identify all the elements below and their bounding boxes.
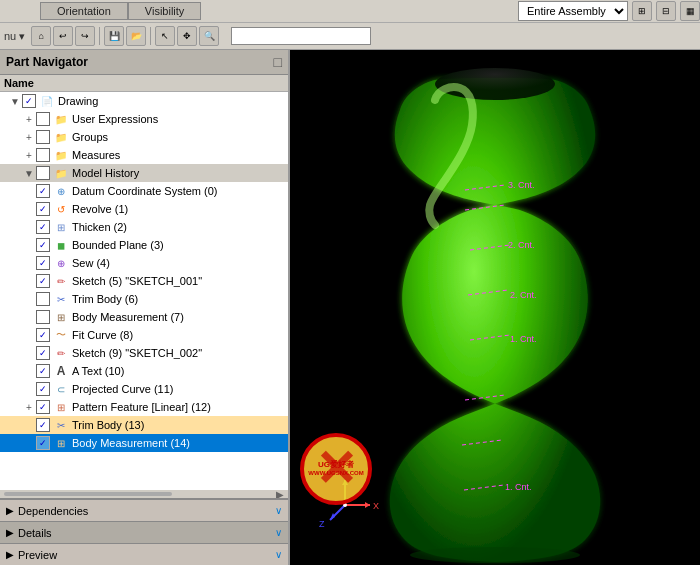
checkbox-model-history[interactable] bbox=[36, 166, 50, 180]
toolbar-icon-open[interactable]: 📂 bbox=[126, 26, 146, 46]
folder-icon-measures: 📁 bbox=[52, 147, 70, 163]
panel-close-button[interactable]: □ bbox=[274, 54, 282, 70]
checkbox-sketch-2[interactable] bbox=[36, 346, 50, 360]
tree-item-sketch-2[interactable]: ✏ Sketch (9) "SKETCH_002" bbox=[0, 344, 288, 362]
svg-text:3. Cnt.: 3. Cnt. bbox=[508, 180, 535, 190]
label-datum: Datum Coordinate System (0) bbox=[72, 185, 218, 197]
dependencies-expand[interactable]: ∨ bbox=[275, 505, 282, 516]
label-thicken: Thicken (2) bbox=[72, 221, 127, 233]
label-revolve: Revolve (1) bbox=[72, 203, 128, 215]
datum-icon: ⊕ bbox=[52, 183, 70, 199]
h-scrollbar[interactable] bbox=[4, 492, 172, 496]
tree-item-revolve[interactable]: ↺ Revolve (1) bbox=[0, 200, 288, 218]
visibility-icon-2[interactable]: ⊟ bbox=[656, 1, 676, 21]
visibility-icon-1[interactable]: ⊞ bbox=[632, 1, 652, 21]
svg-text:X: X bbox=[373, 501, 379, 511]
label-pattern: Pattern Feature [Linear] (12) bbox=[72, 401, 211, 413]
checkbox-drawing[interactable] bbox=[22, 94, 36, 108]
tab-orientation[interactable]: Orientation bbox=[40, 2, 128, 20]
tree-item-trim-body-2[interactable]: ✂ Trim Body (13) bbox=[0, 416, 288, 434]
tree-item-drawing[interactable]: ▼ 📄 Drawing bbox=[0, 92, 288, 110]
toolbar-row-1: Orientation Visibility Entire Assembly ⊞… bbox=[0, 0, 700, 23]
dependencies-panel[interactable]: ▶ Dependencies ∨ bbox=[0, 499, 288, 521]
expand-drawing[interactable]: ▼ bbox=[8, 96, 22, 107]
toolbar-sep-2 bbox=[150, 27, 151, 45]
checkbox-fit[interactable] bbox=[36, 328, 50, 342]
tree-item-fit-curve[interactable]: 〜 Fit Curve (8) bbox=[0, 326, 288, 344]
3d-viewport[interactable]: 3. Cnt. 2. Cnt. 2. Cnt. 1. Cnt. 1. Cnt. … bbox=[290, 50, 700, 565]
tree-item-bounded-plane[interactable]: ◼ Bounded Plane (3) bbox=[0, 236, 288, 254]
trim-1-icon: ✂ bbox=[52, 291, 70, 307]
expand-model-history[interactable]: ▼ bbox=[22, 168, 36, 179]
tree-item-body-measurement-2[interactable]: ⊞ Body Measurement (14) bbox=[0, 434, 288, 452]
visibility-icon-3[interactable]: ▦ bbox=[680, 1, 700, 21]
expand-pattern[interactable]: + bbox=[22, 402, 36, 413]
checkbox-bounded-plane[interactable] bbox=[36, 238, 50, 252]
checkbox-sew[interactable] bbox=[36, 256, 50, 270]
search-input[interactable] bbox=[231, 27, 371, 45]
preview-label: Preview bbox=[18, 549, 57, 561]
label-model-history: Model History bbox=[72, 167, 139, 179]
thicken-icon: ⊞ bbox=[52, 219, 70, 235]
scroll-area[interactable]: ▶ bbox=[0, 490, 288, 498]
label-body-1: Body Measurement (7) bbox=[72, 311, 184, 323]
checkbox-sketch-1[interactable] bbox=[36, 274, 50, 288]
preview-panel[interactable]: ▶ Preview ∨ bbox=[0, 543, 288, 565]
panel-title: Part Navigator bbox=[6, 55, 88, 69]
revolve-icon: ↺ bbox=[52, 201, 70, 217]
tree-item-user-expressions[interactable]: + 📁 User Expressions bbox=[0, 110, 288, 128]
tree-item-body-measurement-1[interactable]: ⊞ Body Measurement (7) bbox=[0, 308, 288, 326]
tab-visibility[interactable]: Visibility bbox=[128, 2, 202, 20]
watermark-line2: WWW.UGSNX.COM bbox=[308, 470, 363, 478]
details-expand[interactable]: ∨ bbox=[275, 527, 282, 538]
toolbar-icon-save[interactable]: 💾 bbox=[104, 26, 124, 46]
tree-item-text[interactable]: A A Text (10) bbox=[0, 362, 288, 380]
details-panel[interactable]: ▶ Details ∨ bbox=[0, 521, 288, 543]
checkbox-groups[interactable] bbox=[36, 130, 50, 144]
checkbox-pattern[interactable] bbox=[36, 400, 50, 414]
tree-item-proj-curve[interactable]: ⊂ Projected Curve (11) bbox=[0, 380, 288, 398]
expand-groups[interactable]: + bbox=[22, 132, 36, 143]
tree-area[interactable]: ▼ 📄 Drawing + 📁 User Expressions + 📁 Gro… bbox=[0, 92, 288, 490]
checkbox-text[interactable] bbox=[36, 364, 50, 378]
checkbox-user-expressions[interactable] bbox=[36, 112, 50, 126]
label-sketch-1: Sketch (5) "SKETCH_001" bbox=[72, 275, 202, 287]
toolbar-icon-move[interactable]: ✥ bbox=[177, 26, 197, 46]
toolbar-icon-undo[interactable]: ↩ bbox=[53, 26, 73, 46]
tree-item-groups[interactable]: + 📁 Groups bbox=[0, 128, 288, 146]
label-fit: Fit Curve (8) bbox=[72, 329, 133, 341]
tree-item-measures[interactable]: + 📁 Measures bbox=[0, 146, 288, 164]
dependencies-label: Dependencies bbox=[18, 505, 88, 517]
toolbar-icon-redo[interactable]: ↪ bbox=[75, 26, 95, 46]
expand-user-expressions[interactable]: + bbox=[22, 114, 36, 125]
toolbar-icon-select[interactable]: ↖ bbox=[155, 26, 175, 46]
tree-item-datum-coord[interactable]: ⊕ Datum Coordinate System (0) bbox=[0, 182, 288, 200]
tree-item-thicken[interactable]: ⊞ Thicken (2) bbox=[0, 218, 288, 236]
toolbar-icon-zoom[interactable]: 🔍 bbox=[199, 26, 219, 46]
checkbox-proj[interactable] bbox=[36, 382, 50, 396]
checkbox-thicken[interactable] bbox=[36, 220, 50, 234]
checkbox-body-1[interactable] bbox=[36, 310, 50, 324]
label-sew: Sew (4) bbox=[72, 257, 110, 269]
label-groups: Groups bbox=[72, 131, 108, 143]
tree-item-trim-body-1[interactable]: ✂ Trim Body (6) bbox=[0, 290, 288, 308]
checkbox-trim-2[interactable] bbox=[36, 418, 50, 432]
tree-item-sew[interactable]: ⊕ Sew (4) bbox=[0, 254, 288, 272]
tree-item-model-history[interactable]: ▼ 📁 Model History bbox=[0, 164, 288, 182]
plane-icon: ◼ bbox=[52, 237, 70, 253]
checkbox-trim-1[interactable] bbox=[36, 292, 50, 306]
tree-item-pattern[interactable]: + ⊞ Pattern Feature [Linear] (12) bbox=[0, 398, 288, 416]
sketch-1-icon: ✏ bbox=[52, 273, 70, 289]
drawing-icon: 📄 bbox=[38, 93, 56, 109]
part-navigator-panel: Part Navigator □ Name ▼ 📄 Drawing + 📁 Us… bbox=[0, 50, 290, 565]
visibility-dropdown[interactable]: Entire Assembly bbox=[518, 1, 628, 21]
preview-expand[interactable]: ∨ bbox=[275, 549, 282, 560]
checkbox-body-2[interactable] bbox=[36, 436, 50, 450]
tree-item-sketch-1[interactable]: ✏ Sketch (5) "SKETCH_001" bbox=[0, 272, 288, 290]
checkbox-measures[interactable] bbox=[36, 148, 50, 162]
expand-measures[interactable]: + bbox=[22, 150, 36, 161]
visibility-area: Entire Assembly ⊞ ⊟ ▦ bbox=[518, 1, 700, 21]
toolbar-icon-home[interactable]: ⌂ bbox=[31, 26, 51, 46]
checkbox-revolve[interactable] bbox=[36, 202, 50, 216]
checkbox-datum[interactable] bbox=[36, 184, 50, 198]
